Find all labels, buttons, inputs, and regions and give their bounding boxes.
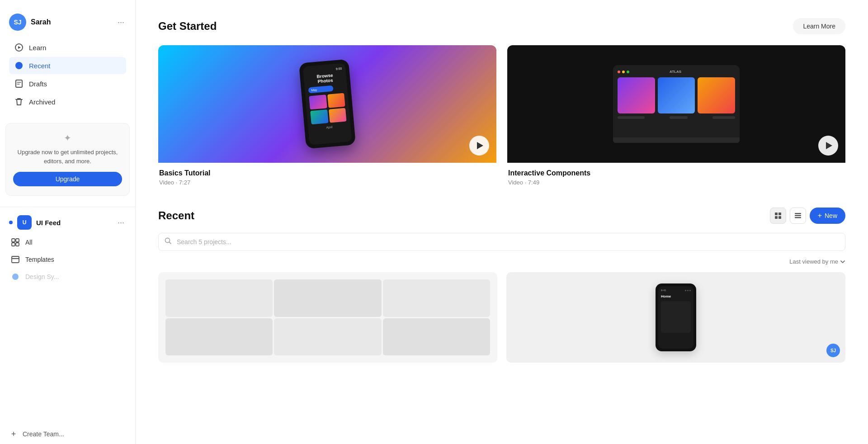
team-name: UI Feed [36, 219, 61, 227]
trash-icon [14, 97, 24, 106]
svg-rect-12 [775, 216, 778, 219]
video-card-interactive[interactable]: ATLAS [507, 45, 845, 186]
svg-rect-15 [795, 215, 801, 217]
user-info: SJ Sarah [9, 14, 51, 31]
team-nav-templates[interactable]: Templates [5, 251, 130, 268]
svg-rect-13 [778, 216, 781, 219]
team-nav-design-system[interactable]: Design Sy... [5, 269, 130, 285]
learn-more-button[interactable]: Learn More [793, 18, 845, 34]
play-triangle-icon-2 [826, 142, 832, 149]
list-view-button[interactable] [790, 208, 806, 224]
team-header[interactable]: U UI Feed ··· [5, 211, 130, 234]
thumbnail-basics-bg: 9:00 BrowsePhotos May April [158, 45, 496, 163]
thumbnail-interactive-bg: ATLAS [507, 45, 845, 163]
svg-rect-14 [795, 213, 801, 214]
video-card-basics[interactable]: 9:00 BrowsePhotos May April [158, 45, 496, 186]
list-view-icon [794, 212, 802, 219]
project-card-right[interactable]: 9:41 Home SJ [506, 272, 845, 363]
thumbnail-basics: 9:00 BrowsePhotos May April [158, 45, 496, 163]
upgrade-text: Upgrade now to get unlimited projects, e… [13, 148, 122, 165]
svg-rect-11 [778, 213, 781, 215]
drafts-icon [14, 79, 24, 88]
sort-button[interactable]: Last viewed by me [789, 258, 845, 265]
view-controls: + New [770, 208, 845, 224]
sidebar-item-drafts[interactable]: Drafts [9, 75, 126, 92]
sort-bar: Last viewed by me [158, 258, 845, 265]
project-card-left[interactable] [158, 272, 497, 363]
sidebar-top: SJ Sarah ··· Learn [0, 0, 135, 116]
sidebar-item-recent[interactable]: Recent [9, 57, 126, 74]
svg-rect-3 [16, 80, 22, 87]
sidebar-item-label-archived: Archived [29, 98, 55, 106]
upgrade-box: ✦ Upgrade now to get unlimited projects,… [5, 123, 130, 196]
video-info-interactive: Interactive Components Video · 7:49 [507, 163, 845, 186]
plus-icon: + [9, 430, 18, 439]
video-cards-grid: 9:00 BrowsePhotos May April [158, 45, 845, 186]
search-bar [158, 233, 845, 251]
team-nav-templates-label: Templates [25, 256, 54, 263]
search-input[interactable] [158, 233, 845, 251]
svg-rect-6 [12, 243, 15, 246]
design-system-icon [11, 272, 20, 281]
team-nav-design-system-label: Design Sy... [25, 273, 59, 280]
new-btn-label: New [825, 212, 837, 219]
new-project-button[interactable]: + New [810, 208, 845, 224]
svg-rect-7 [16, 243, 19, 246]
sidebar-item-learn[interactable]: Learn [9, 39, 126, 56]
get-started-header: Get Started Learn More [158, 18, 845, 34]
team-nav-all-label: All [25, 239, 33, 246]
svg-rect-5 [16, 239, 19, 242]
video-title-basics: Basics Tutorial [159, 169, 495, 177]
video-info-basics: Basics Tutorial Video · 7:27 [158, 163, 496, 186]
create-team-button[interactable]: + Create Team... [0, 424, 135, 444]
create-team-label: Create Team... [23, 430, 64, 438]
projects-grid: 9:41 Home SJ [158, 272, 845, 363]
team-status-dot [9, 221, 13, 224]
avatar: SJ [9, 14, 26, 31]
sidebar-item-label-recent: Recent [29, 62, 51, 70]
grid-view-icon [774, 212, 782, 219]
play-button-basics[interactable] [469, 136, 489, 156]
project-user-avatar: SJ [826, 344, 840, 357]
svg-marker-1 [18, 46, 21, 49]
user-header: SJ Sarah ··· [9, 9, 126, 35]
play-triangle-icon [477, 142, 483, 149]
svg-point-2 [15, 62, 23, 69]
grid-icon [11, 238, 20, 247]
templates-icon [11, 255, 20, 264]
video-title-interactive: Interactive Components [508, 169, 844, 177]
team-info: U UI Feed [9, 215, 61, 230]
thumbnail-interactive: ATLAS [507, 45, 845, 163]
sort-label: Last viewed by me [789, 258, 838, 265]
user-menu-button[interactable]: ··· [116, 16, 126, 29]
sidebar-item-label-drafts: Drafts [29, 80, 47, 88]
play-icon [14, 43, 24, 52]
team-menu-button[interactable]: ··· [116, 216, 126, 229]
recent-header: Recent + New [158, 208, 845, 224]
sidebar-item-label-learn: Learn [29, 44, 46, 52]
search-icon [165, 237, 172, 246]
sidebar-divider [0, 207, 135, 207]
video-meta-interactive: Video · 7:49 [508, 179, 844, 186]
video-meta-basics: Video · 7:27 [159, 179, 495, 186]
svg-rect-16 [795, 217, 801, 218]
recent-title: Recent [158, 209, 194, 222]
sparkle-icon: ✦ [13, 132, 122, 143]
svg-rect-9 [12, 256, 19, 259]
new-plus-icon: + [818, 212, 822, 220]
team-section: U UI Feed ··· All [0, 211, 135, 286]
team-avatar: U [17, 215, 32, 230]
chevron-down-icon [840, 259, 845, 265]
recent-icon [14, 61, 24, 70]
grid-view-button[interactable] [770, 208, 786, 224]
get-started-title: Get Started [158, 20, 217, 33]
play-button-interactive[interactable] [818, 136, 838, 156]
sidebar: SJ Sarah ··· Learn [0, 0, 136, 444]
nav-items: Learn Recent Drafts [9, 39, 126, 110]
upgrade-button[interactable]: Upgrade [13, 172, 122, 186]
sidebar-item-archived[interactable]: Archived [9, 93, 126, 110]
main-content: Get Started Learn More 9:00 BrowsePhotos… [136, 0, 868, 444]
user-name: Sarah [31, 18, 51, 26]
svg-rect-10 [775, 213, 778, 215]
team-nav-all[interactable]: All [5, 234, 130, 250]
